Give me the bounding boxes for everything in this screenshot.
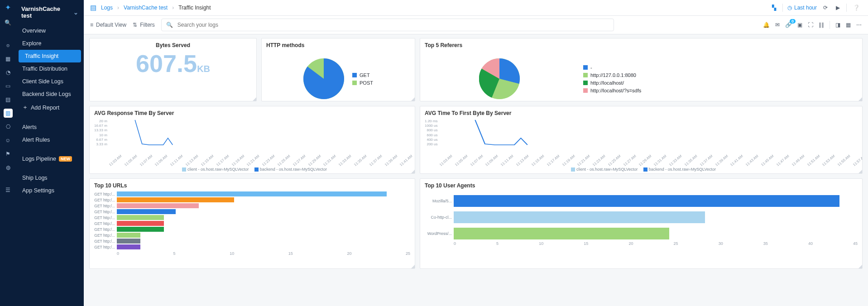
sidebar-item-backend-side-logs[interactable]: Backend Side Logs — [16, 88, 84, 100]
panel-avg-response[interactable]: AVG Response Time By Server 20 m16.67 m1… — [89, 106, 415, 174]
legend: GET POST — [352, 72, 373, 86]
legend-label: POST — [360, 80, 373, 86]
resize-handle[interactable] — [858, 265, 862, 268]
bar-row: GET http:/... — [94, 191, 410, 196]
pie-chart — [303, 58, 344, 99]
sidebar-item-ship-logs[interactable]: Ship Logs — [16, 172, 84, 184]
nav-label: Alert Rules — [22, 137, 50, 143]
sidebar-item-explore[interactable]: Explore — [16, 37, 84, 50]
nav-label: Explore — [22, 40, 41, 47]
x-axis: 11:03 AM11:05 AM11:07 AM11:09 AM11:11 AM… — [108, 158, 411, 163]
nav-label: Client Side Logs — [22, 78, 63, 85]
screen-icon[interactable]: ▣ — [797, 22, 802, 28]
servers-icon[interactable]: ☰ — [4, 186, 13, 195]
icon-rail: ✦ 🔍 ⌾ ▦ ◔ ▭ ▤ ▥ ⎔ ☺ ⚑ ◍ ☰ — [0, 0, 16, 306]
bar-fill — [117, 239, 140, 244]
sidebar-item-client-side-logs[interactable]: Client Side Logs — [16, 75, 84, 88]
globe-icon[interactable]: ◍ — [4, 163, 13, 172]
resize-handle[interactable] — [858, 97, 862, 101]
bar-label: WordPress/... — [425, 231, 452, 236]
filters-button[interactable]: ⇅Filters — [133, 22, 155, 28]
bar-label: GET http:/... — [94, 215, 115, 220]
bar-chart: GET http:/...GET http:/...GET http:/...G… — [94, 191, 410, 249]
app-title: VarnishCache test — [21, 5, 71, 19]
search-icon[interactable]: 🔍 — [4, 18, 13, 27]
sidebar-item-add-report[interactable]: ＋Add Report — [16, 100, 84, 115]
time-range-selector[interactable]: ◷Last hour — [787, 5, 817, 11]
toolbar: ≡Default View ⇅Filters 🔍 🔔 ✉ 🔗0 ▣ ⛶ ∥∥ ◨… — [84, 16, 868, 34]
reports-icon[interactable]: ▥ — [4, 109, 13, 118]
panel-top-urls[interactable]: Top 10 URLs GET http:/...GET http:/...GE… — [89, 178, 415, 269]
sidebar-item-logs-pipeline[interactable]: Logs Pipeline NEW — [16, 153, 84, 165]
columns-icon[interactable]: ∥∥ — [819, 22, 824, 28]
x-axis: 11:03 AM11:05 AM11:07 AM11:09 AM11:11 AM… — [438, 158, 858, 163]
panel-title: AVG Response Time By Server — [94, 110, 410, 116]
resize-handle[interactable] — [411, 97, 415, 101]
topbar: ▤ Logs › VarnishCache test › Traffic Ins… — [84, 0, 868, 16]
play-icon[interactable]: ▶ — [834, 3, 842, 13]
nav-label: App Settings — [22, 187, 54, 194]
sidebar-item-alerts[interactable]: Alerts — [16, 121, 84, 134]
panel-top-user-agents[interactable]: Top 10 User Agents Mozilla/5...Co-http-c… — [420, 178, 863, 269]
bot-icon[interactable]: ☺ — [4, 136, 13, 145]
flag-icon[interactable]: ⚑ — [4, 149, 13, 158]
legend-swatch — [352, 81, 357, 85]
panel-left-icon[interactable]: ◨ — [835, 22, 840, 28]
bell-icon[interactable]: 🔔 — [763, 22, 770, 28]
app-selector[interactable]: VarnishCache test ⌄ — [16, 4, 84, 24]
mail-icon[interactable]: ✉ — [775, 22, 780, 28]
breadcrumb-root[interactable]: Logs — [101, 5, 113, 11]
dashboard: Bytes Served 607.5KB HTTP methods GET PO… — [84, 34, 868, 306]
legend-label: - — [590, 65, 592, 70]
sidebar-item-traffic-insight[interactable]: Traffic Insight — [19, 50, 81, 62]
resize-handle[interactable] — [858, 170, 862, 173]
bar-fill — [454, 195, 839, 207]
panel-avg-ttfb[interactable]: AVG Time To First Byte By Server 1.20 ms… — [420, 106, 863, 174]
refresh-icon[interactable]: ⟳ — [821, 3, 830, 13]
bar-fill — [117, 227, 164, 232]
bar-fill — [117, 209, 176, 214]
tag-icon[interactable]: ▭ — [4, 81, 13, 91]
line-chart — [439, 119, 858, 146]
panel-bytes-served[interactable]: Bytes Served 607.5KB — [89, 38, 257, 101]
panel-http-methods[interactable]: HTTP methods GET POST — [261, 38, 415, 101]
sidebar-item-alert-rules[interactable]: Alert Rules — [16, 134, 84, 146]
bar-row: GET http:/... — [94, 209, 410, 214]
logo-icon[interactable]: ✦ — [4, 3, 13, 12]
y-axis: 1.20 ms1000 us800 us600 us400 us200 us — [425, 119, 437, 146]
bar-label: GET http:/... — [94, 204, 115, 208]
sidebar-item-traffic-distribution[interactable]: Traffic Distribution — [16, 62, 84, 75]
resize-handle[interactable] — [411, 170, 415, 173]
dashboard-icon[interactable]: ⌾ — [4, 41, 13, 50]
time-label: Last hour — [794, 5, 817, 11]
default-view-button[interactable]: ≡Default View — [90, 22, 126, 28]
panel-title: HTTP methods — [266, 42, 410, 48]
more-icon[interactable]: ⋯ — [856, 22, 862, 28]
apps-icon[interactable]: ▚ — [770, 3, 778, 13]
bar-label: GET http:/... — [94, 245, 115, 249]
panel-top-referers[interactable]: Top 5 Referers - http://127.0.0.1:8080 h… — [420, 38, 863, 101]
link-icon[interactable]: 🔗0 — [785, 22, 792, 28]
chart-icon[interactable]: ▤ — [4, 95, 13, 104]
help-icon[interactable]: ❔ — [851, 3, 862, 13]
fullscreen-icon[interactable]: ⛶ — [808, 22, 813, 28]
resize-handle[interactable] — [253, 97, 256, 101]
grid-icon[interactable]: ▦ — [4, 54, 13, 63]
scan-icon[interactable]: ⎔ — [4, 122, 13, 131]
search-box[interactable]: 🔍 — [161, 19, 614, 31]
search-input[interactable] — [177, 21, 609, 29]
x-axis: 0510152025 — [117, 251, 410, 256]
legend-swatch — [583, 73, 588, 77]
pie-chart — [479, 58, 520, 99]
search-icon: 🔍 — [166, 22, 173, 28]
bar-fill — [117, 191, 387, 196]
clock-icon[interactable]: ◔ — [4, 68, 13, 77]
panel-grid-icon[interactable]: ▦ — [846, 22, 851, 28]
sidebar-item-overview[interactable]: Overview — [16, 24, 84, 37]
bar-label: GET http:/... — [94, 198, 115, 202]
sidebar-item-app-settings[interactable]: App Settings — [16, 184, 84, 197]
resize-handle[interactable] — [411, 265, 415, 268]
chevron-down-icon: ⌄ — [73, 9, 78, 16]
breadcrumb-app[interactable]: VarnishCache test — [124, 5, 168, 11]
legend: - http://127.0.0.1:8080 http://localhost… — [583, 65, 641, 93]
